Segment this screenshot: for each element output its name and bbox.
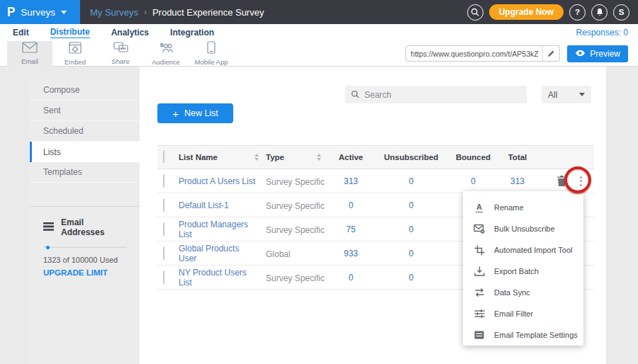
menu-item-automated-import[interactable]: Automated Import Tool xyxy=(463,239,583,261)
row-checkbox[interactable] xyxy=(163,271,164,284)
sidebar-item-lists[interactable]: Lists xyxy=(30,142,140,162)
sidebar-item-compose[interactable]: Compose xyxy=(30,80,140,101)
help-icon[interactable]: ? xyxy=(569,4,586,21)
tab-mobile-app[interactable]: Mobile App xyxy=(189,41,234,67)
total-count: 313 xyxy=(496,176,539,186)
email-template-settings-icon xyxy=(474,331,485,339)
upgrade-now-button[interactable]: Upgrade Now xyxy=(489,4,564,20)
edit-url-pencil-icon[interactable] xyxy=(542,46,559,61)
email-addresses-icon xyxy=(43,221,54,234)
col-total: Total xyxy=(496,153,539,161)
tab-audience[interactable]: $ Audience xyxy=(143,41,189,67)
nav-distribute[interactable]: Distribute xyxy=(50,27,90,38)
nav-analytics[interactable]: Analytics xyxy=(111,28,149,38)
list-search-box xyxy=(345,86,527,103)
search-input[interactable] xyxy=(364,90,521,100)
list-name-link[interactable]: Global Products User xyxy=(179,244,259,263)
tab-email[interactable]: Email xyxy=(7,41,52,67)
breadcrumb-separator: › xyxy=(144,7,147,17)
col-active: Active xyxy=(330,153,372,161)
plus-icon: + xyxy=(172,108,179,119)
top-bar: P Surveys My Surveys › Product Experienc… xyxy=(0,0,638,24)
upgrade-limit-link[interactable]: UPGRADE LIMIT xyxy=(43,268,127,277)
distribute-toolbar: Email Embed Share $ Audience Mobile App xyxy=(0,41,638,67)
tab-share[interactable]: Share xyxy=(98,41,143,67)
embed-icon xyxy=(68,42,82,57)
automated-import-icon xyxy=(474,245,485,256)
email-addresses-title: Email Addresses xyxy=(61,217,127,237)
row-menu-dots-icon[interactable] xyxy=(578,174,584,188)
eye-icon xyxy=(575,49,586,59)
survey-url-box xyxy=(405,45,560,62)
row-checkbox[interactable] xyxy=(163,198,164,212)
responses-count[interactable]: Responses: 0 xyxy=(576,28,628,38)
breadcrumb-my-surveys[interactable]: My Surveys xyxy=(90,7,138,18)
active-count[interactable]: 0 xyxy=(330,273,372,283)
surveys-menu-label: Surveys xyxy=(21,7,55,18)
app-logo-menu[interactable]: P Surveys xyxy=(0,0,80,24)
breadcrumb-current-survey: Product Experience Survey xyxy=(152,7,264,18)
topbar-actions: Upgrade Now ? S xyxy=(467,4,638,21)
unsubscribed-count: 0 xyxy=(372,273,450,283)
nav-integration[interactable]: Integration xyxy=(170,28,214,38)
menu-item-export-batch[interactable]: Export Batch xyxy=(463,261,583,282)
email-filter-icon xyxy=(474,309,485,319)
table-row: Product A Users List Survey Specific 313… xyxy=(157,169,594,193)
bounced-count: 0 xyxy=(450,176,496,186)
breadcrumb: My Surveys › Product Experience Survey xyxy=(90,7,264,18)
menu-item-rename[interactable]: A Rename xyxy=(463,197,583,218)
chevron-down-icon xyxy=(61,11,67,14)
usage-progress-bar xyxy=(43,246,127,248)
notifications-bell-icon[interactable] xyxy=(591,4,608,21)
survey-nav: Edit Distribute Analytics Integration Re… xyxy=(0,24,638,41)
menu-item-email-template-settings[interactable]: Email Template Settings xyxy=(463,324,583,346)
sidebar-item-sent[interactable]: Sent xyxy=(30,101,140,121)
table-header-row: List Name Type Active Unsubscribed Bounc… xyxy=(157,145,594,169)
sidebar-item-scheduled[interactable]: Scheduled xyxy=(30,121,140,142)
email-icon xyxy=(22,42,38,56)
data-sync-icon xyxy=(474,288,485,297)
menu-item-bulk-unsubscribe[interactable]: Bulk Unsubscribe xyxy=(463,218,583,239)
usage-text: 1323 of 100000 Used xyxy=(43,256,127,264)
usage-progress-dot xyxy=(46,246,50,249)
active-count[interactable]: 75 xyxy=(330,224,372,234)
search-icon xyxy=(351,89,359,101)
col-type: Type xyxy=(266,153,284,161)
search-icon[interactable] xyxy=(467,4,483,21)
new-list-button[interactable]: + New List xyxy=(157,103,233,123)
sidebar-item-templates[interactable]: Templates xyxy=(30,162,140,183)
avatar[interactable]: S xyxy=(613,4,629,21)
menu-item-email-filter[interactable]: Email Filter xyxy=(463,303,583,324)
menu-item-data-sync[interactable]: Data Sync xyxy=(463,282,583,303)
list-name-link[interactable]: Product A Users List xyxy=(179,176,255,186)
row-context-menu: A Rename Bulk Unsubscribe Automated Impo… xyxy=(463,191,583,346)
row-checkbox[interactable] xyxy=(163,246,164,260)
preview-button[interactable]: Preview xyxy=(567,45,628,62)
unsubscribed-count: 0 xyxy=(372,200,450,210)
active-count[interactable]: 313 xyxy=(330,176,372,186)
email-sidebar: Compose Sent Scheduled Lists Templates E… xyxy=(30,80,140,364)
survey-url-input[interactable] xyxy=(406,50,542,58)
email-addresses-panel: Email Addresses 1323 of 100000 Used UPGR… xyxy=(30,206,140,277)
active-count[interactable]: 0 xyxy=(330,200,372,210)
unsubscribed-count: 0 xyxy=(372,249,450,258)
list-name-link[interactable]: Product Managers List xyxy=(179,220,259,239)
row-checkbox[interactable] xyxy=(163,222,164,236)
list-name-link[interactable]: NY Product Users List xyxy=(179,268,259,288)
main-content-panel: All + New List List Name Type Active Uns… xyxy=(140,67,606,364)
nav-edit[interactable]: Edit xyxy=(13,28,29,38)
active-count[interactable]: 933 xyxy=(330,249,372,258)
bulk-unsubscribe-icon xyxy=(474,224,485,234)
questionpro-logo: P xyxy=(7,6,15,18)
col-unsubscribed: Unsubscribed xyxy=(372,153,450,161)
list-filter-dropdown[interactable]: All xyxy=(542,86,591,103)
sort-type-icon[interactable] xyxy=(317,154,321,161)
svg-text:$: $ xyxy=(160,42,164,48)
export-batch-icon xyxy=(474,266,485,276)
delete-list-trash-icon[interactable] xyxy=(557,176,566,186)
select-all-checkbox[interactable] xyxy=(163,150,164,164)
list-name-link[interactable]: Default List-1 xyxy=(179,200,229,210)
sort-list-name-icon[interactable] xyxy=(254,154,259,161)
row-checkbox[interactable] xyxy=(163,174,164,188)
tab-embed[interactable]: Embed xyxy=(52,41,98,67)
